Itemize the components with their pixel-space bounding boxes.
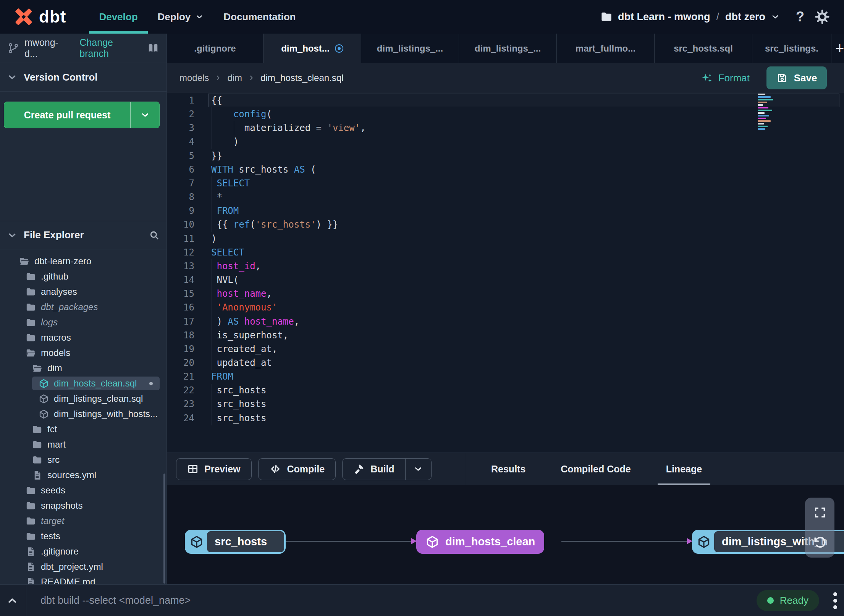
tab-label: dim_listings_... [475,43,541,54]
lineage-controls [805,498,834,558]
fullscreen-icon[interactable] [813,506,826,519]
tab-mart-fullmo-[interactable]: mart_fullmo... [557,34,655,63]
line-number: 2 [167,107,194,121]
lineage-edge [561,541,687,542]
build-dropdown-caret[interactable] [405,459,431,480]
chevron-right-icon [247,74,255,82]
tree-item-dim-hosts-clean-sql[interactable]: dim_hosts_clean.sql [0,376,167,391]
tree-item-target[interactable]: target [0,513,167,529]
tree-item-readme-md[interactable]: README.md [0,574,167,584]
nav-documentation[interactable]: Documentation [213,0,306,34]
breadcrumb-dim[interactable]: dim [227,73,242,83]
panel-tab-compiled-code[interactable]: Compiled Code [543,453,648,485]
tree-item-label: mart [47,439,66,450]
tree-item-dbt-packages[interactable]: dbt_packages [0,299,167,315]
project-name: dbt Learn - mwong [618,11,710,23]
tree-item--github[interactable]: .github [0,269,167,284]
modified-circle-dot-icon [335,44,343,53]
tab-dim-listings-[interactable]: dim_listings_... [459,34,557,63]
line-number: 21 [167,370,194,383]
minimap[interactable] [758,94,776,136]
docs-book-icon[interactable] [147,42,159,54]
tree-item-label: .github [41,271,68,282]
tree-item-analyses[interactable]: analyses [0,284,167,299]
tab-dim-host-[interactable]: dim_host... [264,34,361,63]
code-line: host_name, [211,287,844,301]
code-editor[interactable]: 123456789101112131415161718192021222324 … [167,93,844,453]
result-panel-tabs: ResultsCompiled CodeLineage [466,453,844,485]
breadcrumb-models[interactable]: models [179,73,209,83]
tree-item-label: fct [47,424,57,435]
build-button-group[interactable]: Build [342,458,432,480]
lineage-panel[interactable]: src_hosts dim_hosts_clean dim_listings_w… [167,485,844,584]
command-input[interactable]: dbt build --select <model_name> [40,585,191,616]
preview-button[interactable]: Preview [176,458,252,480]
kebab-menu[interactable] [833,592,837,609]
folder-open-icon [26,348,36,358]
save-button[interactable]: Save [766,66,827,89]
file-explorer-header[interactable]: File Explorer [0,221,167,249]
sidebar-scrollbar[interactable] [163,474,165,584]
change-branch-link[interactable]: Change branch [79,37,142,59]
help-icon[interactable]: ? [796,9,804,25]
project-selector[interactable]: dbt Learn - mwong / dbt zero [600,11,780,23]
compile-button[interactable]: Compile [258,458,336,480]
tree-item-fct[interactable]: fct [0,422,167,437]
lineage-node-dim-hosts-clean[interactable]: dim_hosts_clean [416,530,544,554]
lineage-node-src-hosts[interactable]: src_hosts [185,530,286,554]
nav-develop[interactable]: Develop [89,0,147,34]
line-number-gutter: 123456789101112131415161718192021222324 [167,94,194,425]
line-number: 17 [167,315,194,328]
panel-tab-results[interactable]: Results [474,453,543,485]
tree-item-label: dbt_project.yml [41,561,103,572]
tree-item-sources-yml[interactable]: sources.yml [0,467,167,483]
build-button[interactable]: Build [343,459,405,480]
tree-item-dbt-learn-zero[interactable]: dbt-learn-zero [0,254,167,269]
ready-dot-icon [767,597,774,604]
tree-item-src[interactable]: src [0,452,167,467]
tree-item-dim-listings-with-hosts-[interactable]: dim_listings_with_hosts... [0,406,167,422]
breadcrumb-file[interactable]: dim_hosts_clean.sql [260,73,343,83]
code-line: config( [211,107,844,121]
format-button[interactable]: Format [701,72,750,84]
tree-item--gitignore[interactable]: .gitignore [0,544,167,559]
panel-tab-lineage[interactable]: Lineage [648,453,720,485]
version-control-header[interactable]: Version Control [0,63,167,92]
tree-item-logs[interactable]: logs [0,315,167,330]
tab-label: dim_listings_... [377,43,443,54]
nav-deploy[interactable]: Deploy [148,0,214,34]
tree-item-dbt-project-yml[interactable]: dbt_project.yml [0,559,167,574]
line-number: 24 [167,411,194,425]
create-pull-request-label[interactable]: Create pull request [4,102,130,128]
code-line: 'Anonymous' [211,301,844,314]
tree-item-tests[interactable]: tests [0,529,167,544]
tab-dim-listings-[interactable]: dim_listings_... [361,34,459,63]
tree-item-seeds[interactable]: seeds [0,483,167,498]
dbt-logo[interactable]: dbt [13,6,66,27]
code-line: src_hosts [211,411,844,425]
tree-item-dim-listings-clean-sql[interactable]: dim_listings_clean.sql [0,391,167,406]
tab-label: dim_host... [281,43,330,54]
code-pane[interactable]: {{ config( materialized = 'view', )}}WIT… [211,94,844,425]
new-tab-button[interactable]: + [831,34,844,63]
tab-src-listings-[interactable]: src_listings. [752,34,831,63]
tree-item-dim[interactable]: dim [0,361,167,376]
ready-label: Ready [780,595,808,606]
gear-icon[interactable] [815,10,829,24]
code-line: materialized = 'view', [211,121,844,135]
tree-item-label: logs [41,317,58,328]
pr-dropdown-caret[interactable] [130,102,159,128]
tab-src-hosts-sql[interactable]: src_hosts.sql [655,34,752,63]
tree-item-snapshots[interactable]: snapshots [0,498,167,513]
tree-item-macros[interactable]: macros [0,330,167,345]
chevron-up-icon[interactable] [6,595,18,607]
create-pull-request-button[interactable]: Create pull request [4,102,160,128]
tab-label: src_hosts.sql [674,43,733,54]
hammer-icon [353,463,365,475]
tree-item-models[interactable]: models [0,345,167,361]
refresh-icon[interactable] [813,535,827,549]
tab--gitignore[interactable]: .gitignore [167,34,264,63]
tree-item-mart[interactable]: mart [0,437,167,452]
folder-icon [26,485,36,496]
file-search-icon[interactable] [149,230,160,241]
